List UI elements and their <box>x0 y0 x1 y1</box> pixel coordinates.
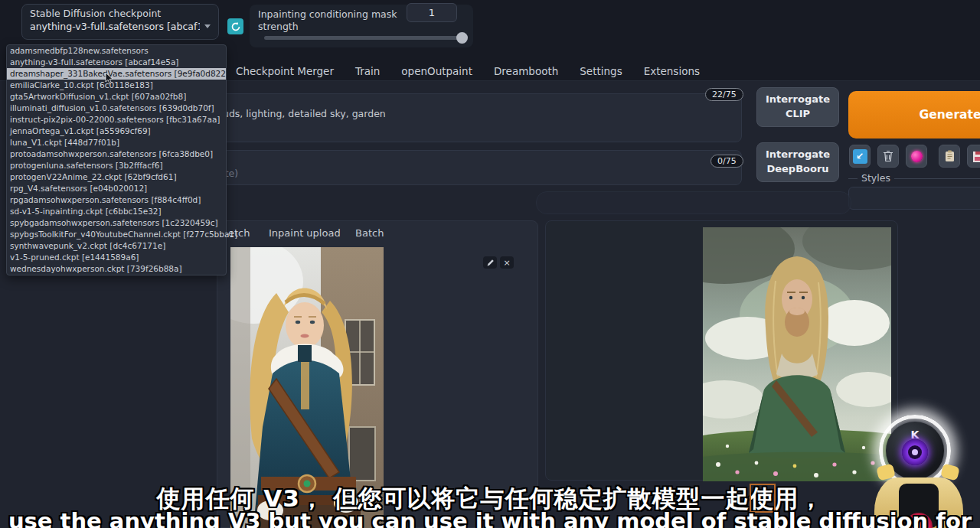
prompt-text: uds, lighting, detailed sky, garden <box>223 108 386 119</box>
checkpoint-option[interactable]: sd-v1-5-inpainting.ckpt [c6bbc15e32] <box>7 206 226 217</box>
negative-prompt-textarea[interactable]: ate) <box>217 150 742 185</box>
clipboard-icon <box>945 150 955 162</box>
checkpoint-option[interactable]: spybgsToolkitFor_v40YoutubeChannel.ckpt … <box>7 229 226 240</box>
tab-batch[interactable]: Batch <box>355 227 384 239</box>
tab-inpaint-upload[interactable]: Inpaint upload <box>269 227 341 239</box>
chevron-down-icon <box>204 24 211 28</box>
checkpoint-option[interactable]: anything-v3-full.safetensors [abcaf14e5a… <box>7 57 226 68</box>
refresh-icon <box>230 21 241 32</box>
checkpoint-option[interactable]: protogenluna.safetensors [3b2fffacf6] <box>7 160 226 171</box>
extra-networks-icon <box>911 151 923 162</box>
tab-extensions[interactable]: Extensions <box>644 65 700 77</box>
subtitle-english: use the anything V3 but you can use it w… <box>0 508 980 528</box>
prompt-textarea[interactable]: uds, lighting, detailed sky, garden <box>217 93 742 142</box>
mask-strength-slider-handle[interactable] <box>456 32 468 44</box>
checkpoint-option-selected[interactable]: dreamshaper_331BakedVae.safetensors [9e9… <box>7 68 226 80</box>
checkpoint-option[interactable]: illuminati_diffusion_v1.0.safetensors [6… <box>7 103 226 114</box>
remove-image-button[interactable]: × <box>500 256 514 269</box>
mouse-cursor-icon <box>105 73 113 84</box>
pencil-icon <box>486 259 495 267</box>
checkpoint-label: Stable Diffusion checkpoint <box>30 8 211 19</box>
save-icon <box>972 150 980 162</box>
stable-diffusion-webui: Stable Diffusion checkpoint anything-v3-… <box>0 0 980 528</box>
generate-button[interactable]: Generate <box>848 91 980 139</box>
interrogate-clip-line1: Interrogate <box>766 93 830 107</box>
interrogate-clip-button[interactable]: Interrogate CLIP <box>756 87 839 127</box>
tab-dreambooth[interactable]: Dreambooth <box>494 65 558 77</box>
interrogate-deepbooru-button[interactable]: Interrogate DeepBooru <box>756 142 839 182</box>
checkpoint-option[interactable]: rpg_V4.safetensors [e04b020012] <box>7 183 226 194</box>
paste-arrow-icon: ↙ <box>853 149 867 164</box>
checkpoint-select[interactable]: Stable Diffusion checkpoint anything-v3-… <box>21 4 219 40</box>
tab-checkpoint-merger[interactable]: Checkpoint Merger <box>236 65 334 77</box>
inpaint-panel: etch Inpaint upload Batch <box>217 220 538 528</box>
checkpoint-option[interactable]: wednesdayohwxperson.ckpt [739f26b88a] <box>7 263 226 275</box>
apply-styles-button[interactable] <box>939 145 960 168</box>
checkpoint-option[interactable]: gta5ArtworkDiffusion_v1.ckpt [607aa02fb8… <box>7 91 226 103</box>
close-icon: × <box>503 258 510 268</box>
checkpoint-option[interactable]: jennaOrtega_v1.ckpt [a55969cf69] <box>7 125 226 137</box>
checkpoint-option[interactable]: rpgadamsohwxperson.safetensors [f884c4ff… <box>7 194 226 206</box>
checkpoint-option[interactable]: adamsmedbfp128new.safetensors <box>7 45 226 57</box>
styles-fieldset: Styles <box>848 178 980 213</box>
negative-token-counter: 0/75 <box>710 155 743 168</box>
checkpoint-option[interactable]: protoadamsohwxperson.safetensors [6fca38… <box>7 148 226 160</box>
generate-label: Generate <box>920 108 980 122</box>
styles-label: Styles <box>858 172 894 184</box>
tab-settings[interactable]: Settings <box>580 65 622 77</box>
paste-parameters-button[interactable]: ↙ <box>849 145 871 168</box>
mascot-eye-icon <box>902 439 928 465</box>
checkpoint-option[interactable]: spybgadamsohwxperson.safetensors [1c2320… <box>7 217 226 229</box>
mask-strength-label: Inpainting conditioning mask strength <box>258 8 415 34</box>
refresh-checkpoint-button[interactable] <box>227 18 243 34</box>
output-gallery <box>545 220 898 481</box>
interrogate-deepbooru-line2: DeepBooru <box>766 162 828 177</box>
trash-icon <box>883 150 893 162</box>
checkpoint-option[interactable]: protogenV22Anime_22.ckpt [62bf9cfd61] <box>7 171 226 183</box>
interrogate-deepbooru-line1: Interrogate <box>766 148 830 162</box>
checkpoint-option[interactable]: luna_V1.ckpt [448d77f01b] <box>7 137 226 148</box>
checkpoint-option-label: dreamshaper_331BakedVae.safetensors [9e9… <box>10 69 229 78</box>
styles-dropdown[interactable] <box>848 187 980 210</box>
output-image[interactable] <box>703 227 891 481</box>
collapsed-row <box>536 191 851 214</box>
checkpoint-option[interactable]: emiliaClarke_10.ckpt [6c0118e183] <box>7 80 226 91</box>
interrogate-clip-line2: CLIP <box>786 107 810 122</box>
tab-openoutpaint[interactable]: openOutpaint <box>401 65 472 77</box>
mask-strength-input[interactable]: 1 <box>407 3 457 22</box>
edit-image-button[interactable] <box>483 256 497 269</box>
save-style-button[interactable] <box>967 145 980 168</box>
checkpoint-option[interactable]: synthwavepunk_v2.ckpt [dc4c67171e] <box>7 240 226 252</box>
checkpoint-value[interactable]: anything-v3-full.safetensors [abcaf14e5a… <box>30 21 200 32</box>
extra-networks-button[interactable] <box>906 145 927 168</box>
tab-train[interactable]: Train <box>355 65 380 77</box>
clear-prompt-button[interactable] <box>877 145 899 168</box>
checkpoint-option[interactable]: instruct-pix2pix-00-22000.safetensors [f… <box>7 114 226 125</box>
checkpoint-dropdown-list: adamsmedbfp128new.safetensors anything-v… <box>6 44 227 275</box>
prompt-token-counter: 22/75 <box>705 88 743 101</box>
mask-strength-slider[interactable] <box>264 36 466 40</box>
checkpoint-option[interactable]: v1-5-pruned.ckpt [e1441589a6] <box>7 252 226 263</box>
main-tab-bar: Checkpoint Merger Train openOutpaint Dre… <box>236 61 700 81</box>
